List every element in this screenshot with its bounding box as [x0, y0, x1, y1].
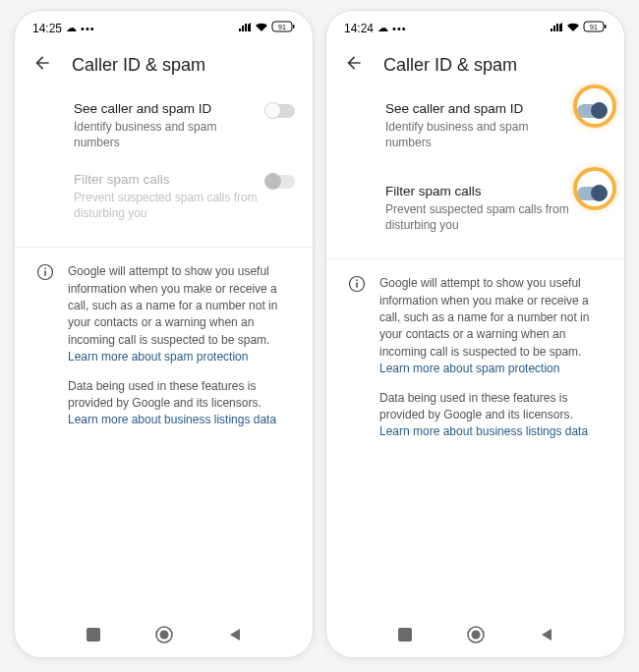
- back-arrow-icon[interactable]: [32, 53, 52, 77]
- link-business-listings[interactable]: Learn more about business listings data: [379, 424, 588, 438]
- toggle-filter-spam[interactable]: [577, 187, 607, 200]
- setting-title: Filter spam calls: [74, 171, 258, 189]
- info-block: Google will attempt to show you useful i…: [15, 248, 313, 453]
- setting-title: See caller and spam ID: [74, 100, 258, 118]
- setting-filter-spam: Filter spam calls Prevent suspected spam…: [15, 161, 313, 232]
- header: Caller ID & spam: [15, 39, 313, 90]
- svg-rect-6: [87, 628, 100, 642]
- battery-icon: 91: [583, 21, 607, 35]
- wifi-icon: [566, 22, 580, 35]
- toggle-caller-id[interactable]: [265, 104, 295, 118]
- svg-point-17: [471, 631, 480, 640]
- signal-icon: [238, 22, 252, 35]
- info-text-2: Data being used in these features is pro…: [68, 379, 261, 410]
- more-icon: •••: [392, 23, 407, 34]
- svg-rect-1: [293, 25, 295, 28]
- link-business-listings[interactable]: Learn more about business listings data: [68, 413, 276, 426]
- info-block: Google will attempt to show you useful i…: [326, 259, 624, 465]
- status-bar: 14:24 ☁ ••• 91: [326, 11, 624, 39]
- setting-title: Filter spam calls: [385, 183, 569, 200]
- cloud-icon: ☁: [378, 22, 388, 34]
- settings-group: See caller and spam ID Identify business…: [326, 90, 624, 252]
- settings-group: See caller and spam ID Identify business…: [15, 90, 313, 241]
- back-arrow-icon[interactable]: [344, 53, 364, 77]
- svg-rect-13: [356, 283, 358, 288]
- more-icon: •••: [81, 23, 95, 34]
- battery-icon: 91: [271, 21, 295, 35]
- setting-subtitle: Prevent suspected spam calls from distur…: [74, 190, 258, 221]
- svg-rect-14: [356, 280, 358, 282]
- svg-point-8: [159, 631, 168, 640]
- setting-filter-spam[interactable]: Filter spam calls Prevent suspected spam…: [326, 173, 624, 244]
- svg-text:91: 91: [278, 24, 286, 30]
- setting-caller-id[interactable]: See caller and spam ID Identify business…: [15, 90, 313, 161]
- header: Caller ID & spam: [326, 39, 624, 90]
- setting-subtitle: Identify business and spam numbers: [74, 119, 258, 150]
- nav-bar: [15, 614, 313, 657]
- nav-back-icon[interactable]: [540, 628, 553, 642]
- svg-rect-15: [398, 628, 412, 642]
- info-text-2: Data being used in these features is pro…: [379, 391, 573, 421]
- toggle-caller-id[interactable]: [577, 104, 607, 118]
- svg-text:91: 91: [590, 24, 598, 30]
- nav-recents-icon[interactable]: [87, 628, 100, 642]
- phone-right: 14:24 ☁ ••• 91 Caller ID & spam See call…: [325, 10, 625, 658]
- link-spam-protection[interactable]: Learn more about spam protection: [379, 362, 559, 375]
- status-time: 14:25: [32, 22, 62, 35]
- wifi-icon: [255, 22, 268, 35]
- setting-caller-id[interactable]: See caller and spam ID Identify business…: [326, 90, 624, 161]
- nav-back-icon[interactable]: [228, 628, 242, 642]
- nav-recents-icon[interactable]: [398, 628, 412, 642]
- link-spam-protection[interactable]: Learn more about spam protection: [68, 350, 248, 364]
- svg-rect-4: [44, 271, 46, 276]
- phone-left: 14:25 ☁ ••• 91 Caller ID & spam See call…: [14, 10, 314, 658]
- svg-rect-5: [44, 268, 46, 270]
- setting-title: See caller and spam ID: [385, 100, 569, 118]
- info-text-1: Google will attempt to show you useful i…: [379, 276, 589, 359]
- info-icon: [348, 275, 366, 453]
- info-text-1: Google will attempt to show you useful i…: [68, 264, 277, 347]
- status-time: 14:24: [344, 22, 374, 35]
- setting-subtitle: Prevent suspected spam calls from distur…: [385, 201, 569, 233]
- nav-home-icon[interactable]: [155, 626, 173, 644]
- toggle-filter-spam: [265, 175, 295, 189]
- info-icon: [36, 263, 54, 441]
- setting-subtitle: Identify business and spam numbers: [385, 119, 569, 150]
- cloud-icon: ☁: [66, 22, 77, 34]
- page-title: Caller ID & spam: [383, 55, 517, 76]
- status-bar: 14:25 ☁ ••• 91: [15, 11, 313, 39]
- nav-bar: [326, 614, 624, 657]
- svg-rect-10: [605, 25, 607, 28]
- page-title: Caller ID & spam: [72, 55, 205, 76]
- nav-home-icon[interactable]: [467, 626, 485, 644]
- signal-icon: [550, 22, 563, 35]
